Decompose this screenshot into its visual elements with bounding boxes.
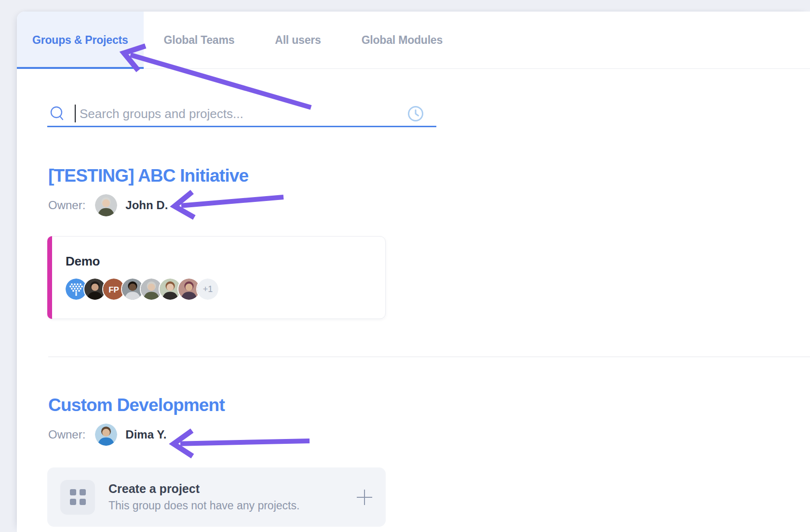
grid-icon	[60, 480, 95, 515]
avatar-more-count[interactable]: +1	[197, 279, 218, 300]
owner-avatar	[95, 424, 117, 446]
member-avatar	[160, 279, 181, 300]
owner-row: Owner: Dima Y.	[48, 423, 810, 446]
content-panel: Groups & Projects Global Teams All users…	[17, 12, 810, 532]
project-card-demo[interactable]: Demo FP+1	[47, 236, 386, 319]
owner-avatar	[95, 194, 117, 216]
page-background: Groups & Projects Global Teams All users…	[0, 0, 810, 532]
member-avatar	[178, 279, 200, 300]
owner-label: Owner:	[48, 199, 85, 212]
tab-all-users[interactable]: All users	[255, 12, 341, 68]
search-input[interactable]	[80, 104, 436, 123]
project-members-avatar-stack: FP+1	[66, 279, 385, 300]
create-project-title: Create a project	[108, 482, 355, 496]
group-section-custom-development: Custom Development Owner: Dima Y. Create…	[47, 395, 810, 527]
owner-label: Owner:	[48, 428, 85, 441]
create-project-subtitle: This group does not have any projects.	[108, 499, 355, 512]
owner-row: Owner: John D.	[48, 194, 810, 217]
owner-name: Dima Y.	[125, 428, 166, 441]
section-divider	[48, 357, 810, 357]
main-content: [TESTING] ABC Initiative Owner: John D. …	[17, 102, 810, 527]
svg-text:FP: FP	[108, 285, 119, 294]
member-avatar	[141, 279, 162, 300]
text-cursor	[75, 105, 76, 122]
project-name: Demo	[66, 254, 385, 269]
team-tree-logo	[66, 279, 87, 300]
group-section-abc-initiative: [TESTING] ABC Initiative Owner: John D. …	[47, 166, 810, 319]
plus-icon[interactable]	[355, 488, 374, 507]
history-clock-icon[interactable]	[407, 106, 424, 122]
owner-name: John D.	[125, 199, 168, 212]
svg-text:+1: +1	[203, 284, 213, 294]
create-project-texts: Create a project This group does not hav…	[108, 482, 355, 512]
group-title-link[interactable]: [TESTING] ABC Initiative	[48, 166, 810, 186]
tab-global-teams[interactable]: Global Teams	[144, 12, 255, 68]
tab-global-modules[interactable]: Global Modules	[341, 12, 463, 68]
tab-groups-projects[interactable]: Groups & Projects	[17, 12, 144, 68]
member-avatar	[122, 279, 143, 300]
member-avatar	[84, 279, 106, 300]
group-title-link[interactable]: Custom Development	[48, 395, 810, 415]
search-icon	[50, 106, 65, 121]
create-project-card[interactable]: Create a project This group does not hav…	[47, 467, 386, 527]
search-bar[interactable]	[47, 102, 436, 127]
tab-bar: Groups & Projects Global Teams All users…	[17, 12, 810, 69]
project-accent-bar	[47, 236, 52, 319]
member-avatar: FP	[103, 279, 124, 300]
